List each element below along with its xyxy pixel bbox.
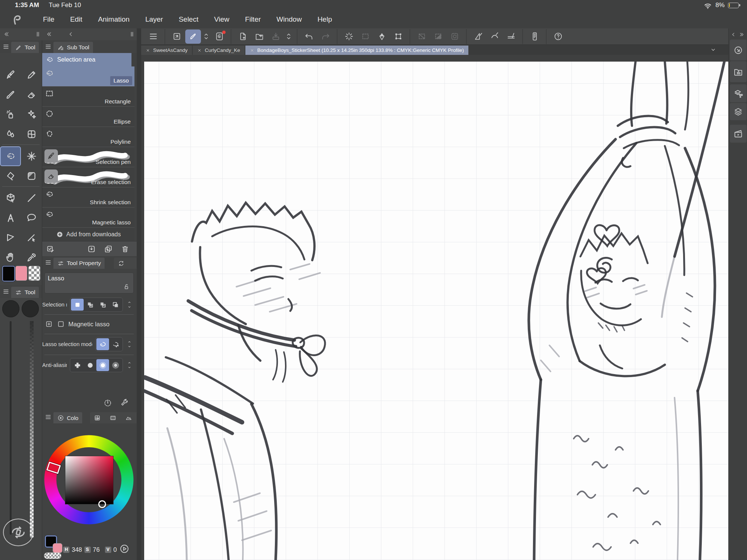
freehand-lasso-mode-option[interactable]	[96, 338, 109, 350]
menu-help[interactable]: Help	[310, 15, 340, 24]
help-button[interactable]	[550, 29, 566, 44]
menu-file[interactable]: File	[35, 15, 62, 24]
sub-tool-polyline[interactable]: Polyline	[42, 127, 134, 147]
select-from-selection-option[interactable]	[109, 299, 122, 311]
add-from-downloads-button[interactable]: Add from downloads	[42, 228, 134, 241]
rotate-reset-button[interactable]	[3, 519, 34, 546]
layer-palette-button[interactable]	[730, 103, 747, 120]
decoration-tool[interactable]	[21, 105, 42, 124]
collapse-left-double-icon[interactable]	[46, 31, 53, 38]
menu-layer[interactable]: Layer	[137, 15, 171, 24]
clip-studio-logo-icon[interactable]	[10, 13, 23, 26]
undo-button[interactable]	[301, 29, 317, 44]
auto-select-tool[interactable]	[21, 146, 42, 166]
tab-sync-settings[interactable]	[114, 258, 137, 269]
snap-to-special-ruler-button[interactable]	[487, 29, 502, 44]
hand-tool[interactable]	[0, 248, 21, 267]
tab-list-chevron-icon[interactable]	[710, 47, 716, 53]
correct-line-tool[interactable]	[21, 228, 42, 248]
add-selection-option[interactable]	[84, 299, 96, 311]
tab-brush-size[interactable]: Tool	[11, 287, 39, 298]
menu-window[interactable]: Window	[269, 15, 310, 24]
figure-tool[interactable]	[21, 188, 42, 208]
canvas-area[interactable]	[141, 55, 728, 560]
save-file-button[interactable]	[268, 29, 283, 44]
main-color-swatch[interactable]	[2, 266, 15, 281]
brush-size-preview[interactable]	[22, 300, 39, 317]
grip-icon[interactable]	[34, 31, 41, 38]
brush-size-preview[interactable]	[2, 300, 19, 317]
panel-menu-icon[interactable]	[45, 259, 52, 266]
sv-selector[interactable]	[98, 500, 106, 508]
aa-medium-option[interactable]	[96, 359, 109, 371]
sub-tool-rectangle[interactable]: Rectangle	[42, 87, 134, 107]
panel-menu-icon[interactable]	[3, 288, 9, 295]
eraser-tool[interactable]	[21, 85, 42, 105]
material-palette-button[interactable]	[730, 61, 747, 82]
document-tab[interactable]: SweetAsCandy	[141, 46, 192, 55]
text-tool[interactable]	[0, 208, 21, 228]
current-transparent-color[interactable]	[44, 553, 61, 559]
transparent-color-swatch[interactable]	[28, 266, 40, 281]
canvas-document[interactable]	[144, 62, 728, 560]
liquify-tool[interactable]	[21, 124, 42, 144]
sub-tool-group-selection-area[interactable]: Selection area	[42, 53, 137, 66]
transform-frame-button[interactable]	[390, 29, 406, 44]
file-stepper-button[interactable]	[284, 29, 293, 44]
polyline-lasso-mode-option[interactable]	[109, 338, 122, 350]
wrench-icon[interactable]	[120, 398, 129, 407]
anti-aliasing-stepper[interactable]	[127, 361, 132, 370]
balloon-tool[interactable]	[21, 208, 42, 228]
gradient-tool[interactable]	[21, 166, 42, 186]
multiple-select-icon[interactable]	[46, 245, 55, 253]
sub-tool-selection-pen[interactable]: Selection pen	[42, 147, 134, 167]
selection-area-tool[interactable]	[0, 146, 21, 166]
timeline-palette-button[interactable]	[730, 125, 747, 143]
delete-sub-tool-icon[interactable]	[121, 245, 130, 253]
tab-tool-property[interactable]: Tool Property	[53, 258, 105, 269]
panel-menu-icon[interactable]	[3, 43, 9, 50]
sub-tool-shrink-selection[interactable]: Shrink selection	[42, 187, 134, 208]
kneaded-eraser-button[interactable]	[374, 29, 390, 44]
selection-mode-stepper[interactable]	[127, 300, 132, 309]
close-icon[interactable]	[250, 48, 254, 53]
brush-tool[interactable]	[0, 85, 21, 105]
expand-right-double-icon[interactable]	[738, 31, 745, 38]
sub-tool-ellipse[interactable]: Ellipse	[42, 107, 134, 127]
subtract-selection-option[interactable]	[96, 299, 109, 311]
aa-strong-option[interactable]	[109, 359, 122, 371]
brush-size-slider[interactable]	[10, 321, 12, 535]
open-file-button[interactable]	[251, 29, 267, 44]
fit-screen-button[interactable]	[169, 29, 185, 44]
new-selection-option[interactable]	[71, 299, 84, 311]
collapse-left-double-icon[interactable]	[3, 31, 10, 38]
document-tab[interactable]: CurlyCandy_Ke	[193, 46, 245, 55]
expand-plus-icon[interactable]	[44, 320, 53, 329]
tab-sub-tool[interactable]: Sub Tool	[53, 42, 93, 53]
magnetic-lasso-checkbox[interactable]	[56, 320, 65, 329]
sub-tool-lasso[interactable]: Lasso	[42, 66, 134, 87]
sub-color-swatch[interactable]	[15, 266, 27, 281]
collapse-left-icon[interactable]	[67, 31, 74, 38]
select-launcher-button[interactable]	[341, 29, 357, 44]
quick-access-palette-button[interactable]	[730, 40, 747, 60]
companion-mode-button[interactable]	[527, 29, 542, 44]
color-history-icon[interactable]	[119, 544, 130, 554]
snap-to-grid-button[interactable]	[503, 29, 519, 44]
operation-tool[interactable]	[0, 188, 21, 208]
opacity-slider[interactable]	[30, 321, 34, 538]
pencil-tool[interactable]	[21, 65, 42, 85]
close-icon[interactable]	[197, 48, 202, 53]
blend-tool[interactable]	[0, 124, 21, 144]
main-menu-button[interactable]	[145, 29, 161, 44]
snap-to-ruler-button[interactable]	[470, 29, 486, 44]
menu-edit[interactable]: Edit	[62, 15, 90, 24]
panel-menu-icon[interactable]	[45, 43, 52, 50]
tab-tool[interactable]: Tool	[11, 42, 39, 53]
tab-color-wheel[interactable]: Colo	[53, 412, 82, 423]
fill-tool[interactable]	[0, 166, 21, 186]
aa-none-option[interactable]	[71, 359, 84, 371]
eyedropper-tool[interactable]	[21, 248, 42, 267]
frame-border-tool[interactable]	[0, 228, 21, 248]
pen-tool[interactable]	[0, 65, 21, 85]
